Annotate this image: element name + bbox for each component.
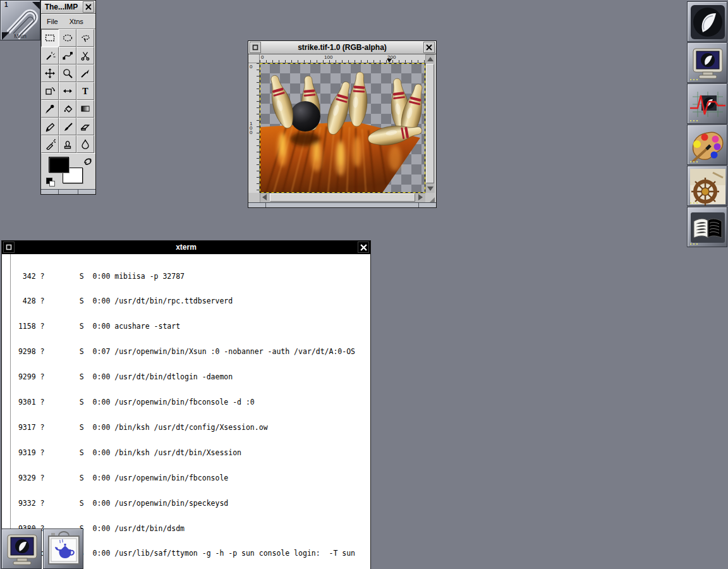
- water-drop-icon: [80, 138, 91, 150]
- tool-rect-select[interactable]: [41, 29, 59, 47]
- terminal-line: 9298 ? S 0:07 /usr/openwin/bin/Xsun :0 -…: [14, 348, 370, 356]
- tool-bucket-fill[interactable]: [59, 100, 76, 118]
- eyedropper-icon: [44, 103, 56, 114]
- vertical-scroll-thumb[interactable]: [426, 64, 434, 183]
- dock-running-dots: [690, 120, 691, 121]
- scroll-left-arrow[interactable]: [260, 193, 269, 202]
- window-menu-button[interactable]: [250, 42, 261, 53]
- terminal-output[interactable]: 342 ? S 0:00 mibiisa -p 32787 428 ? S 0:…: [11, 254, 370, 569]
- load-monitor-icon: [688, 84, 728, 125]
- tool-pencil[interactable]: [41, 118, 59, 135]
- tool-scissors[interactable]: [76, 47, 94, 64]
- airbrush-icon: [44, 138, 56, 150]
- stamp-icon: [62, 138, 73, 150]
- tool-flip[interactable]: [59, 82, 76, 100]
- tool-eraser[interactable]: [76, 118, 94, 135]
- miniaturize-icon: [252, 44, 258, 51]
- gradient-icon: [80, 103, 91, 114]
- close-icon: [85, 4, 92, 10]
- dock-item-paint[interactable]: [687, 125, 727, 165]
- tool-text[interactable]: T: [76, 82, 94, 100]
- miniwindow-terminal[interactable]: [1, 529, 42, 569]
- close-button[interactable]: [358, 242, 369, 253]
- ruler-label: 0: [261, 54, 264, 60]
- crop-knife-icon: [80, 68, 91, 79]
- close-button[interactable]: [83, 1, 94, 13]
- image-viewer-teapot-icon: [44, 529, 84, 569]
- workspace-number: 1: [4, 1, 8, 8]
- tool-paintbrush[interactable]: [59, 118, 76, 135]
- workspace-name: Main: [1, 33, 40, 39]
- swap-colors-icon[interactable]: [83, 156, 93, 166]
- tool-bezier-select[interactable]: [59, 47, 76, 64]
- toolbox-resizebar[interactable]: [41, 189, 95, 194]
- image-window-title: strike.tif-1.0 (RGB-alpha): [262, 43, 422, 52]
- dock-item-navigator[interactable]: [687, 166, 727, 206]
- toolbox-titlebar[interactable]: The...IMP: [41, 1, 95, 14]
- dock-item-terminal-monitor[interactable]: [687, 42, 727, 83]
- terminal-line: 9299 ? S 0:00 /usr/dt/bin/dtlogin -daemo…: [14, 373, 370, 381]
- image-window-titlebar[interactable]: strike.tif-1.0 (RGB-alpha): [248, 41, 436, 54]
- tool-convolve[interactable]: [76, 135, 94, 153]
- terminal-line: 9317 ? S 0:00 /bin/ksh /usr/dt/config/Xs…: [14, 424, 370, 432]
- ruler-corner[interactable]: [248, 54, 260, 63]
- paint-palette-icon: [688, 125, 728, 166]
- workspace-clip[interactable]: 1 Main: [0, 0, 40, 40]
- bezier-icon: [62, 50, 73, 61]
- color-area: [41, 153, 95, 189]
- scroll-up-arrow[interactable]: [425, 54, 435, 63]
- horizontal-scrollbar[interactable]: [260, 193, 425, 202]
- open-book-icon: [688, 207, 728, 248]
- terminal-line: 9332 ? S 0:00 /usr/openwin/bin/speckeysd: [14, 499, 370, 508]
- tool-blend[interactable]: [76, 100, 94, 118]
- text-tool-icon: T: [80, 85, 91, 97]
- ruler-label: 0: [250, 64, 254, 69]
- terminal-line: 9329 ? S 0:00 /usr/openwin/bin/fbconsole: [14, 474, 370, 482]
- menu-file[interactable]: File: [41, 18, 64, 25]
- scissors-icon: [80, 50, 91, 61]
- window-menu-button[interactable]: [3, 242, 15, 253]
- default-colors-icon[interactable]: [46, 178, 55, 187]
- dock-item-load-monitor[interactable]: [687, 83, 727, 124]
- tool-ellipse-select[interactable]: [59, 29, 76, 47]
- tool-color-picker[interactable]: [41, 100, 59, 118]
- scroll-down-arrow[interactable]: [425, 184, 435, 193]
- close-button[interactable]: [423, 42, 435, 53]
- horizontal-scroll-thumb[interactable]: [270, 193, 415, 202]
- tool-transform[interactable]: [41, 82, 59, 100]
- tool-free-select[interactable]: [76, 29, 94, 47]
- magic-wand-icon: [44, 50, 56, 61]
- dock-item-manual[interactable]: [687, 207, 727, 247]
- resize-grip-icon: [430, 197, 435, 202]
- terminal-line: 9301 ? S 0:00 /usr/openwin/bin/fbconsole…: [14, 398, 370, 407]
- dock-item-wmaker[interactable]: [687, 1, 727, 42]
- move-icon: [44, 68, 56, 79]
- xterm-scrollbar[interactable]: [2, 254, 11, 569]
- toolbox-title: The...IMP: [41, 3, 82, 11]
- bowling-strike-image: [260, 63, 425, 193]
- dock-running-dots: [690, 161, 691, 162]
- gimp-toolbox-window: The...IMP File Xtns T: [40, 0, 96, 195]
- vertical-scrollbar[interactable]: [425, 54, 435, 193]
- image-window-resizebar[interactable]: [248, 202, 436, 207]
- miniwindow-image-viewer[interactable]: [43, 529, 83, 569]
- paintbrush-icon: [62, 121, 73, 132]
- image-canvas-bowling-strike[interactable]: [260, 63, 425, 193]
- tool-move[interactable]: [41, 64, 59, 82]
- tool-airbrush[interactable]: [41, 135, 59, 153]
- tool-grid: T: [41, 29, 95, 153]
- tool-magnify[interactable]: [59, 64, 76, 82]
- desktop: { "desktop": {"background": "#7a7d88"}, …: [0, 0, 728, 569]
- tool-crop[interactable]: [76, 64, 94, 82]
- foreground-color-swatch[interactable]: [49, 157, 69, 173]
- ruler-position-marker: [387, 59, 392, 63]
- xterm-titlebar[interactable]: xterm: [2, 241, 370, 254]
- menu-xtns[interactable]: Xtns: [64, 18, 89, 25]
- vertical-ruler: 0 100: [248, 63, 260, 193]
- tool-clone[interactable]: [59, 135, 76, 153]
- ruler-label: 100: [250, 121, 254, 135]
- pencil-icon: [44, 121, 56, 132]
- scroll-right-arrow[interactable]: [416, 193, 425, 202]
- tool-fuzzy-select[interactable]: [41, 47, 59, 64]
- resize-corner[interactable]: [425, 193, 435, 202]
